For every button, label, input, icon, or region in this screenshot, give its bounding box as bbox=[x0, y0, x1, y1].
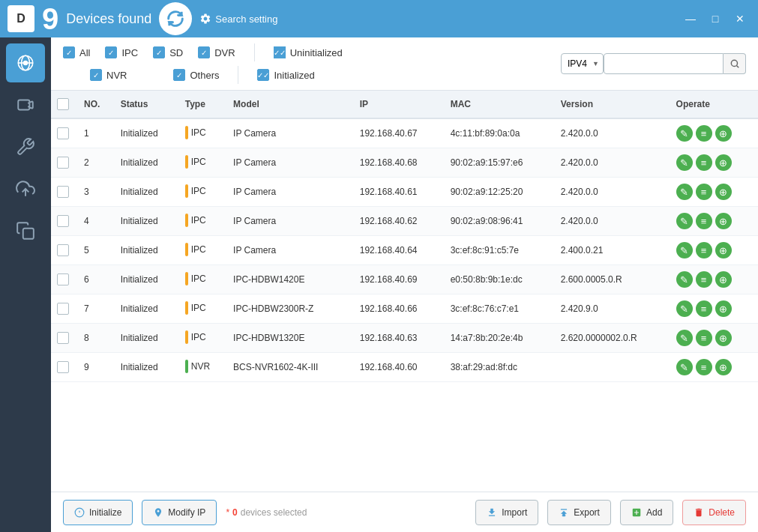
initialize-button[interactable]: Initialize bbox=[63, 500, 133, 525]
type-dot bbox=[185, 330, 188, 344]
col-model: Model bbox=[227, 91, 354, 118]
edit-button[interactable]: ✎ bbox=[676, 330, 693, 346]
checkbox-sd[interactable] bbox=[153, 46, 165, 58]
search-input[interactable] bbox=[604, 53, 724, 74]
search-button[interactable] bbox=[724, 53, 746, 74]
row-checkbox[interactable] bbox=[57, 186, 69, 198]
connect-button[interactable]: ⊕ bbox=[715, 242, 732, 259]
header-checkbox[interactable] bbox=[57, 98, 69, 110]
edit-button[interactable]: ✎ bbox=[676, 242, 693, 259]
edit-button[interactable]: ✎ bbox=[676, 154, 693, 171]
device-table: NO. Status Type Model IP MAC Version Ope… bbox=[51, 91, 758, 382]
type-dot bbox=[185, 360, 188, 373]
maximize-button[interactable]: □ bbox=[705, 8, 726, 29]
sidebar-item-tools[interactable] bbox=[6, 127, 45, 166]
info-button[interactable]: ≡ bbox=[696, 125, 712, 142]
info-button[interactable]: ≡ bbox=[696, 359, 712, 375]
row-status: Initialized bbox=[115, 294, 179, 324]
row-checkbox[interactable] bbox=[57, 361, 69, 373]
add-button[interactable]: Add bbox=[620, 500, 673, 525]
filter-bar: All IPC SD bbox=[51, 37, 758, 91]
search-setting-button[interactable]: Search setting bbox=[199, 13, 277, 25]
info-button[interactable]: ≡ bbox=[696, 213, 712, 229]
filter-nvr[interactable]: NVR bbox=[90, 69, 127, 81]
row-checkbox[interactable] bbox=[57, 244, 69, 256]
minimize-button[interactable]: — bbox=[680, 8, 701, 29]
info-button[interactable]: ≡ bbox=[696, 330, 712, 346]
row-checkbox[interactable] bbox=[57, 303, 69, 315]
row-model: IP Camera bbox=[227, 178, 354, 207]
info-button[interactable]: ≡ bbox=[696, 184, 712, 200]
sidebar-item-upload[interactable] bbox=[6, 169, 45, 208]
connect-button[interactable]: ⊕ bbox=[715, 300, 732, 317]
row-checkbox-cell bbox=[51, 236, 78, 265]
sidebar-item-camera[interactable] bbox=[6, 85, 45, 124]
sidebar-item-copy[interactable] bbox=[6, 211, 45, 250]
filter-all[interactable]: All bbox=[63, 46, 90, 58]
checkbox-all[interactable] bbox=[63, 46, 75, 58]
row-version: 2.420.9.0 bbox=[555, 294, 670, 324]
row-version: 2.420.0.0 bbox=[555, 178, 670, 207]
row-checkbox[interactable] bbox=[57, 332, 69, 344]
edit-button[interactable]: ✎ bbox=[676, 125, 693, 142]
filter-ipc[interactable]: IPC bbox=[105, 46, 138, 58]
type-label: IPC bbox=[191, 215, 206, 226]
edit-button[interactable]: ✎ bbox=[676, 359, 693, 375]
edit-button[interactable]: ✎ bbox=[676, 213, 693, 229]
device-count: 9 bbox=[42, 4, 58, 34]
edit-button[interactable]: ✎ bbox=[676, 184, 693, 200]
row-no: 6 bbox=[78, 265, 115, 294]
sync-button[interactable] bbox=[159, 2, 192, 35]
connect-button[interactable]: ⊕ bbox=[715, 184, 732, 200]
row-ip: 192.168.40.66 bbox=[354, 294, 445, 324]
row-version: 2.400.0.21 bbox=[555, 236, 670, 265]
filter-sd[interactable]: SD bbox=[153, 46, 183, 58]
checkbox-others[interactable] bbox=[173, 69, 185, 81]
delete-button[interactable]: Delete bbox=[682, 500, 746, 525]
connect-button[interactable]: ⊕ bbox=[715, 330, 732, 346]
info-button[interactable]: ≡ bbox=[696, 242, 712, 259]
connect-button[interactable]: ⊕ bbox=[715, 271, 732, 288]
filter-initialized[interactable]: ✓ Initialized bbox=[257, 69, 314, 81]
filter-uninitialized[interactable]: ✓ Uninitialized bbox=[274, 46, 343, 58]
row-ip: 192.168.40.64 bbox=[354, 236, 445, 265]
row-checkbox[interactable] bbox=[57, 215, 69, 227]
type-label: IPC bbox=[191, 244, 206, 255]
connect-button[interactable]: ⊕ bbox=[715, 154, 732, 171]
table-row: 9 Initialized NVR BCS-NVR1602-4K-III 192… bbox=[51, 353, 758, 382]
import-button[interactable]: Import bbox=[475, 500, 538, 525]
export-label: Export bbox=[574, 507, 600, 518]
row-mac: 90:02:a9:12:25:20 bbox=[445, 178, 555, 207]
connect-button[interactable]: ⊕ bbox=[715, 125, 732, 142]
info-button[interactable]: ≡ bbox=[696, 154, 712, 171]
info-button[interactable]: ≡ bbox=[696, 271, 712, 288]
connect-button[interactable]: ⊕ bbox=[715, 359, 732, 375]
edit-button[interactable]: ✎ bbox=[676, 300, 693, 317]
checkbox-nvr[interactable] bbox=[90, 69, 102, 81]
row-checkbox[interactable] bbox=[57, 273, 69, 285]
checkbox-initialized[interactable]: ✓ bbox=[257, 69, 269, 81]
table-header: NO. Status Type Model IP MAC Version Ope… bbox=[51, 91, 758, 118]
modify-ip-button[interactable]: Modify IP bbox=[142, 500, 217, 525]
row-model: IP Camera bbox=[227, 118, 354, 148]
col-status: Status bbox=[115, 91, 179, 118]
sidebar-item-network[interactable] bbox=[6, 43, 45, 82]
filter-others[interactable]: Others bbox=[173, 69, 219, 81]
close-button[interactable]: ✕ bbox=[730, 8, 751, 29]
ip-version-select[interactable]: IPV4 IPV6 bbox=[561, 53, 604, 74]
edit-button[interactable]: ✎ bbox=[676, 271, 693, 288]
checkbox-uninitialized[interactable]: ✓ bbox=[274, 46, 286, 58]
sidebar bbox=[0, 37, 51, 532]
row-model: IP Camera bbox=[227, 148, 354, 178]
row-checkbox-cell bbox=[51, 207, 78, 236]
filter-dvr[interactable]: DVR bbox=[198, 46, 235, 58]
connect-button[interactable]: ⊕ bbox=[715, 213, 732, 229]
checkbox-dvr[interactable] bbox=[198, 46, 210, 58]
checkbox-ipc[interactable] bbox=[105, 46, 117, 58]
info-button[interactable]: ≡ bbox=[696, 300, 712, 317]
col-checkbox bbox=[51, 91, 78, 118]
export-button[interactable]: Export bbox=[547, 500, 611, 525]
row-checkbox[interactable] bbox=[57, 127, 69, 139]
row-mac: e0:50:8b:9b:1e:dc bbox=[445, 265, 555, 294]
row-checkbox[interactable] bbox=[57, 157, 69, 169]
